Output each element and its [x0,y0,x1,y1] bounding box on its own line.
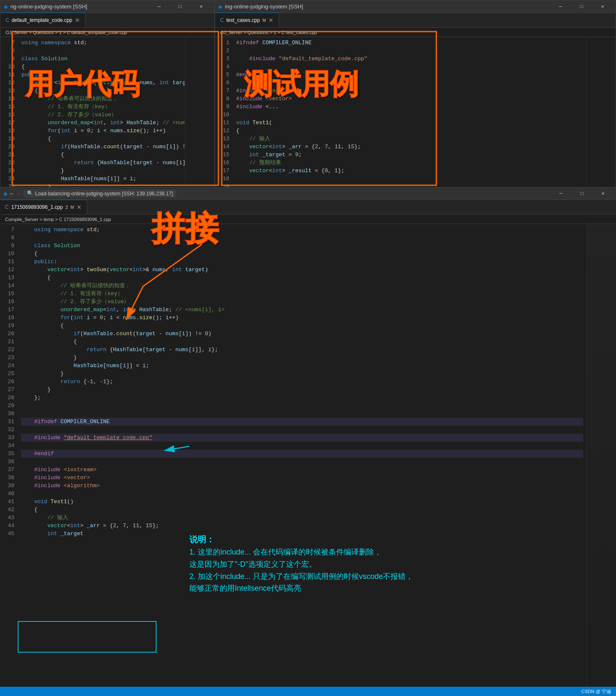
vscode-icon: ◆ [4,3,8,11]
close-btn[interactable]: ✕ [191,0,211,13]
line-numbers-left: 7891011 1213141516 1718192021 2223242526… [0,37,18,187]
top-left-title: ng-online-judging-system [SSH] [11,3,88,10]
tab-label-r: test_cases.cpp [226,17,260,23]
file-icon-r: C [220,17,224,23]
top-right-titlebar: ◆ ing-online-judging-system [SSH] — □ ✕ [215,0,616,13]
top-left-editor: ◆ ng-online-judging-system [SSH] — □ ✕ C… [0,0,215,187]
maximize-btn[interactable]: □ [170,0,190,13]
desc-line2b: 能够正常的用Intellsence代码高亮 [189,582,413,595]
status-text: CSDN @ 宁涵 [581,688,611,695]
search-bar[interactable]: 🔍 Load-balancing-online-judging-system [… [24,189,176,197]
search-text: Load-balancing-online-judging-system [SS… [35,191,173,197]
code-content-left: using namespace std; class Solution { pu… [18,37,185,187]
minimap-left [185,37,214,187]
back-btn[interactable]: ← [10,190,13,197]
tab-num: 2 [65,205,68,210]
top-section: ◆ ng-online-judging-system [SSH] — □ ✕ C… [0,0,616,187]
top-right-code-area: 12345 678910 1112131415 1617181920 2122 … [215,37,616,187]
restore-btn-b[interactable]: □ [572,187,592,200]
top-right-editor: ◆ ing-online-judging-system [SSH] — □ ✕ … [215,0,616,187]
tab-close-btn[interactable]: ✕ [75,17,80,24]
minimap-bottom [587,224,616,696]
close-btn-r[interactable]: ✕ [593,0,612,13]
tab-test-cases[interactable]: C test_cases.cpp M ✕ [215,13,279,27]
tab-close-btn-r[interactable]: ✕ [268,17,273,24]
top-right-tabbar: C test_cases.cpp M ✕ [215,13,616,28]
tab-filename-b: 1715069893096_1.cpp [11,204,63,210]
bottom-titlebar: ◆ ← → 🔍 Load-balancing-online-judging-sy… [0,187,616,200]
top-left-tabbar: C default_template_code.cpp ✕ [0,13,214,28]
status-bar: CSDN @ 宁涵 [0,687,616,696]
tab-default-template[interactable]: C default_template_code.cpp ✕ [0,13,85,27]
description-text: 说明： 1. 这里的include... 会在代码编译的时候被条件编译删除， 这… [189,533,413,595]
tab-compiled-file[interactable]: C 1715069893096_1.cpp 2 M ✕ [0,200,87,214]
top-right-title: ing-online-judging-system [SSH] [225,3,303,10]
file-icon: C [5,17,9,23]
search-icon: 🔍 [27,190,33,197]
tab-label: default_template_code.cpp [12,17,72,23]
bottom-window: ◆ ← → 🔍 Load-balancing-online-judging-sy… [0,187,616,696]
minimize-btn-b[interactable]: — [551,187,571,200]
bottom-section: ◆ ← → 🔍 Load-balancing-online-judging-sy… [0,187,616,696]
minimize-btn[interactable]: — [149,0,169,13]
bottom-breadcrumb: Compile_Server > temp > C 1715069893096_… [0,215,616,224]
file-icon-b: C [5,204,9,210]
restore-btn-r[interactable]: □ [572,0,591,13]
bottom-code-area: 7891011 1213141516 1718192021 2223242526… [0,224,616,696]
desc-title: 说明： [189,533,413,546]
code-content-bottom: using namespace std; class Solution { pu… [18,224,587,696]
top-right-breadcrumb: OJ_Server > Questions > 1 > C test_cases… [215,28,616,37]
line-numbers-bottom: 7891011 1213141516 1718192021 2223242526… [0,224,18,696]
vscode-icon-bottom: ◆ [3,189,8,198]
desc-line1b: 这是因为加了"-D"选项定义了这个宏。 [189,558,413,571]
top-left-breadcrumb: OJ_Server > Questions > 1 > C default_te… [0,28,214,37]
tab-close-btn-b[interactable]: ✕ [77,204,82,211]
modified-dot-b: M [71,205,74,210]
bottom-tabbar: C 1715069893096_1.cpp 2 M ✕ [0,200,616,215]
modified-dot: M [263,18,266,23]
desc-line2: 2. 加这个include... 只是为了在编写测试用例的时候vscode不报错… [189,571,413,583]
desc-line1: 1. 这里的include... 会在代码编译的时候被条件编译删除， [189,546,413,558]
top-left-titlebar: ◆ ng-online-judging-system [SSH] — □ ✕ [0,0,214,13]
vscode-icon-right: ◆ [218,3,223,11]
code-content-right: #ifndef COMPILER_ONLINE #include "defaul… [233,37,586,187]
minimap-right [586,37,616,187]
top-left-code-area: 7891011 1213141516 1718192021 2223242526… [0,37,214,187]
forward-btn[interactable]: → [17,190,20,197]
minimize-btn-r[interactable]: — [551,0,570,13]
close-btn-b[interactable]: ✕ [593,187,613,200]
line-numbers-right: 12345 678910 1112131415 1617181920 2122 [215,37,233,187]
